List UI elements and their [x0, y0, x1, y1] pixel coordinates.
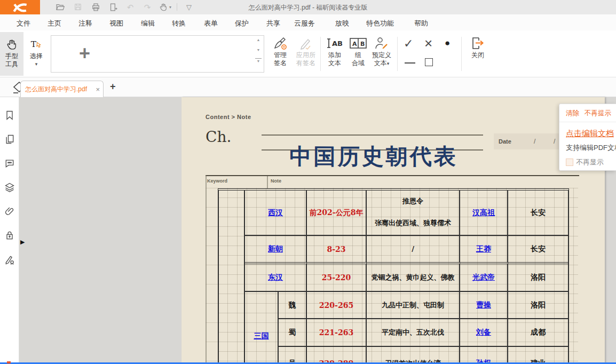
predefined-text-label-2: 文本 — [374, 59, 387, 67]
stamp-check-icon[interactable]: ✓ — [404, 37, 413, 51]
date-separator: / — [554, 138, 555, 145]
dynasty-group-link[interactable]: 三国 — [245, 292, 279, 364]
event-line: 推恩令 — [402, 196, 423, 206]
stamp-square-icon[interactable] — [425, 58, 433, 66]
menu-file[interactable]: 文件 — [17, 19, 30, 28]
pages-panel-icon[interactable] — [4, 134, 15, 145]
apply-all-signatures-button: 应用所 有签名 — [293, 35, 319, 67]
dont-show-row: 不再显示 — [566, 157, 616, 167]
period-cell: 25-220 — [307, 264, 367, 292]
menu-home[interactable]: 主页 — [48, 19, 61, 28]
signature-list-box[interactable]: + ▲ ▼ ▼ — [51, 35, 264, 73]
select-tool-label: 选择 — [25, 52, 48, 60]
founder-link[interactable]: 王莽 — [460, 236, 508, 264]
panel-expand-handle[interactable]: ▶ — [20, 239, 25, 246]
signature-scroll-arrows[interactable]: ▲ ▼ ▼ — [255, 38, 262, 69]
comments-panel-icon[interactable] — [4, 158, 15, 169]
menu-form[interactable]: 表单 — [204, 19, 218, 28]
stamp-cross-icon[interactable]: × — [424, 35, 432, 52]
chapter-label: Ch. — [206, 128, 231, 146]
founder-link[interactable]: 刘备 — [460, 319, 508, 347]
menu-cloud[interactable]: 云服务 — [294, 19, 315, 28]
scroll-up-icon[interactable]: ▲ — [255, 38, 262, 42]
edit-hint-popup: 清除不再提示 点击编辑文档 支持编辑PDF文档 不再显示 — [559, 104, 616, 171]
predefined-text-button[interactable]: 预定义 文本▾ — [368, 35, 395, 68]
add-text-button[interactable]: AB 添加 文本 — [321, 35, 348, 67]
close-fill-sign-button[interactable]: 关闭 — [464, 35, 491, 59]
menu-features[interactable]: 特色功能 — [366, 19, 394, 28]
combo-field-button[interactable]: AB 组 合域 — [345, 35, 372, 67]
capital-cell: 洛阳 — [508, 292, 568, 319]
dynasty-table: 西汉 前202-公元8年 推恩令 张骞出使西域、独尊儒术 汉高祖 长安 新朝 8… — [218, 188, 569, 364]
svg-text:B: B — [360, 41, 365, 48]
taskbar-peek-icon — [7, 361, 11, 363]
expand-gallery-icon[interactable]: ▼ — [255, 58, 262, 63]
menu-help[interactable]: 帮助 — [414, 19, 428, 28]
period-cell: 8-23 — [307, 236, 367, 264]
signatures-panel-icon[interactable] — [4, 255, 15, 265]
close-label: 关闭 — [464, 51, 491, 59]
period-cell: 220-265 — [307, 292, 367, 319]
dynasty-link[interactable]: 西汉 — [245, 191, 307, 236]
popup-actions: 清除不再提示 — [559, 104, 616, 122]
hand-icon — [0, 35, 23, 52]
founder-link[interactable]: 曹操 — [460, 292, 508, 319]
add-text-label-1: 添加 — [321, 51, 348, 59]
menu-convert[interactable]: 转换 — [172, 19, 186, 28]
dynasty-link[interactable]: 新朝 — [245, 236, 307, 264]
add-text-label-2: 文本 — [321, 59, 348, 67]
period-cell: 229-280 — [307, 347, 367, 364]
attachments-panel-icon[interactable] — [4, 206, 15, 217]
manage-signature-label-1: 管理 — [267, 51, 294, 59]
dynasty-link[interactable]: 东汉 — [245, 264, 307, 292]
founder-link[interactable]: 光武帝 — [460, 264, 508, 292]
new-tab-button[interactable]: + — [110, 81, 116, 92]
menu-view[interactable]: 视图 — [109, 19, 123, 28]
founder-link[interactable]: 汉高祖 — [460, 191, 508, 236]
layers-panel-icon[interactable] — [4, 182, 15, 193]
bookmark-panel-icon[interactable] — [4, 110, 15, 121]
events-cell: 平定南中、五次北伐 — [367, 319, 460, 347]
menu-protect[interactable]: 保护 — [235, 19, 249, 28]
popup-clear-button[interactable]: 清除 — [566, 109, 579, 117]
date-separator: / — [534, 138, 535, 145]
document-tab[interactable]: 怎么面对高中学习.pdf × — [20, 81, 104, 97]
popup-dont-remind-button[interactable]: 不再提示 — [585, 109, 611, 117]
apply-signature-label-2: 有签名 — [293, 59, 319, 67]
tab-close-icon[interactable]: × — [96, 85, 100, 93]
dont-show-checkbox[interactable] — [566, 159, 573, 166]
add-text-icon: AB — [321, 35, 348, 51]
svg-text:A: A — [352, 41, 357, 48]
add-signature-plus-icon[interactable]: + — [79, 42, 90, 65]
capital-cell: 长安 — [508, 236, 568, 264]
events-cell: 党锢之祸、黄巾起义、佛教 — [367, 264, 460, 292]
dont-show-label[interactable]: 不再显示 — [576, 157, 604, 167]
document-tab-title: 怎么面对高中学习.pdf — [25, 85, 92, 94]
select-tool-caret-icon: ▾ — [25, 60, 48, 68]
founder-link[interactable]: 孙权 — [460, 347, 508, 364]
select-tool-button[interactable]: T 选择 ▾ — [25, 32, 48, 76]
hand-tool-button[interactable]: 手型 工具 — [0, 32, 23, 76]
document-tab-bar: 怎么面对高中学习.pdf × + — [0, 77, 616, 97]
document-title: 中国历史朝代表 — [262, 142, 486, 171]
period-cell: 221-263 — [307, 319, 367, 347]
ribbon-separator — [397, 37, 398, 71]
menu-present[interactable]: 放映 — [335, 19, 349, 28]
note-label: Note — [271, 178, 281, 184]
menu-share[interactable]: 共享 — [266, 19, 280, 28]
stamp-line-icon[interactable] — [405, 62, 415, 64]
security-panel-icon[interactable] — [4, 230, 15, 241]
menu-edit[interactable]: 编辑 — [141, 19, 155, 28]
pdf-page: Content > Note Ch. 中国历史朝代表 Date / / Keyw… — [181, 97, 605, 364]
scroll-down-icon[interactable]: ▼ — [255, 48, 262, 52]
manage-signature-icon — [267, 35, 294, 51]
edit-document-link[interactable]: 点击编辑文档 — [566, 129, 616, 139]
close-exit-icon — [464, 35, 491, 51]
predefined-text-icon — [368, 35, 395, 51]
page-breadcrumb: Content > Note — [206, 114, 251, 120]
table-cell-empty — [219, 191, 245, 364]
menu-comment[interactable]: 注释 — [78, 19, 92, 28]
manage-signature-button[interactable]: 管理 签名 — [267, 35, 294, 67]
keyword-label: Keyword — [207, 178, 227, 184]
stamp-dot-icon[interactable]: ● — [445, 38, 450, 49]
